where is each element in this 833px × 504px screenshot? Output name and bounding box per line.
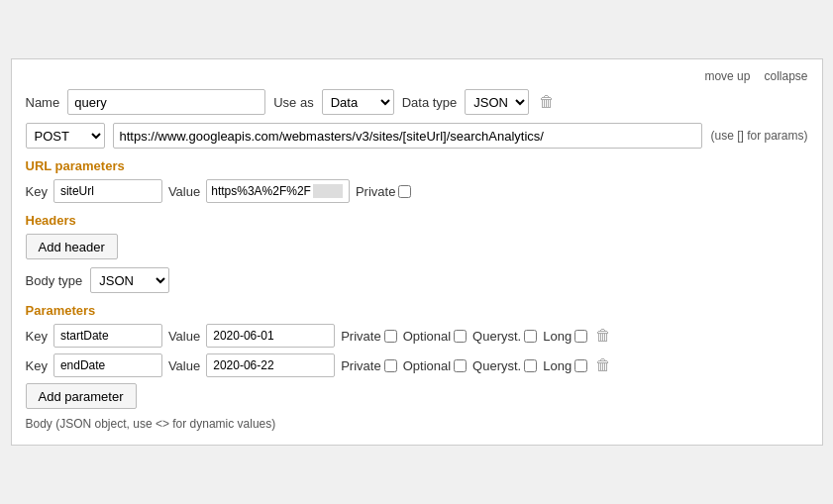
param-queryst-checkbox-1[interactable] xyxy=(524,359,537,372)
add-header-button[interactable]: Add header xyxy=(26,234,118,259)
url-private-label: Private xyxy=(356,184,411,199)
name-label: Name xyxy=(26,95,60,110)
param-key-label-0: Key xyxy=(26,329,48,344)
param-long-checkbox-0[interactable] xyxy=(574,330,587,343)
url-hint: (use [] for params) xyxy=(710,129,807,143)
param-row-0: Key Value Private Optional Queryst. Long… xyxy=(26,324,808,348)
footer-note: Body (JSON object, use <> for dynamic va… xyxy=(26,417,808,431)
name-row: Name Use as Data Header Query Data type … xyxy=(26,89,808,115)
param-private-0: Private xyxy=(341,329,396,344)
param-private-checkbox-1[interactable] xyxy=(384,359,397,372)
collapse-action[interactable]: collapse xyxy=(764,69,807,83)
param-long-0: Long xyxy=(543,329,587,344)
param-queryst-text-1: Queryst. xyxy=(472,358,521,373)
masked-value xyxy=(313,184,343,198)
param-queryst-0: Queryst. xyxy=(472,329,537,344)
headers-title: Headers xyxy=(26,213,808,228)
param-optional-0: Optional xyxy=(403,329,467,344)
param-long-1: Long xyxy=(543,358,587,373)
move-up-action[interactable]: move up xyxy=(704,69,750,83)
param-queryst-checkbox-0[interactable] xyxy=(524,330,537,343)
param-value-input-1[interactable] xyxy=(206,353,335,377)
url-key-label: Key xyxy=(26,184,48,199)
param-private-1: Private xyxy=(341,358,396,373)
data-type-label: Data type xyxy=(402,95,458,110)
url-private-text: Private xyxy=(356,184,395,199)
param-delete-icon-0[interactable]: 🗑 xyxy=(595,327,611,345)
param-value-input-0[interactable] xyxy=(206,324,335,348)
add-param-button[interactable]: Add parameter xyxy=(26,383,137,409)
param-private-text-0: Private xyxy=(341,329,380,344)
param-delete-icon-1[interactable]: 🗑 xyxy=(595,356,611,374)
param-optional-text-1: Optional xyxy=(403,358,451,373)
param-optional-text-0: Optional xyxy=(403,329,451,344)
url-input[interactable] xyxy=(113,123,703,149)
data-type-select[interactable]: JSON XML Text xyxy=(465,89,529,115)
param-queryst-text-0: Queryst. xyxy=(472,329,521,344)
param-long-text-1: Long xyxy=(543,358,572,373)
url-params-title: URL parameters xyxy=(26,158,808,173)
param-value-label-0: Value xyxy=(168,329,200,344)
url-value-label: Value xyxy=(168,184,200,199)
param-key-label-1: Key xyxy=(26,358,48,373)
url-row: POST GET PUT DELETE (use [] for params) xyxy=(26,123,808,149)
param-value-label-1: Value xyxy=(168,358,200,373)
param-key-input-0[interactable] xyxy=(53,324,162,348)
param-optional-1: Optional xyxy=(403,358,467,373)
param-optional-checkbox-0[interactable] xyxy=(454,330,467,343)
top-actions: move up collapse xyxy=(26,69,808,83)
url-key-input[interactable] xyxy=(53,179,162,203)
panel-delete-icon[interactable]: 🗑 xyxy=(539,93,555,111)
method-select[interactable]: POST GET PUT DELETE xyxy=(26,123,105,149)
name-input[interactable] xyxy=(67,89,265,115)
param-private-text-1: Private xyxy=(341,358,380,373)
use-as-select[interactable]: Data Header Query xyxy=(322,89,394,115)
param-row-1: Key Value Private Optional Queryst. Long… xyxy=(26,353,808,377)
use-as-label: Use as xyxy=(273,95,313,110)
url-value-text: https%3A%2F%2F xyxy=(211,184,311,198)
url-value-container: https%3A%2F%2F xyxy=(206,179,350,203)
api-panel: move up collapse Name Use as Data Header… xyxy=(11,58,823,446)
body-type-select[interactable]: JSON XML Form Text xyxy=(90,267,169,293)
param-optional-checkbox-1[interactable] xyxy=(454,359,467,372)
param-long-checkbox-1[interactable] xyxy=(574,359,587,372)
param-long-text-0: Long xyxy=(543,329,572,344)
url-param-row: Key Value https%3A%2F%2F Private xyxy=(26,179,808,203)
param-key-input-1[interactable] xyxy=(53,353,162,377)
body-type-label: Body type xyxy=(26,273,83,288)
parameters-title: Parameters xyxy=(26,303,808,318)
param-queryst-1: Queryst. xyxy=(472,358,537,373)
url-private-checkbox[interactable] xyxy=(398,185,411,198)
param-private-checkbox-0[interactable] xyxy=(384,330,397,343)
body-type-row: Body type JSON XML Form Text xyxy=(26,267,808,293)
